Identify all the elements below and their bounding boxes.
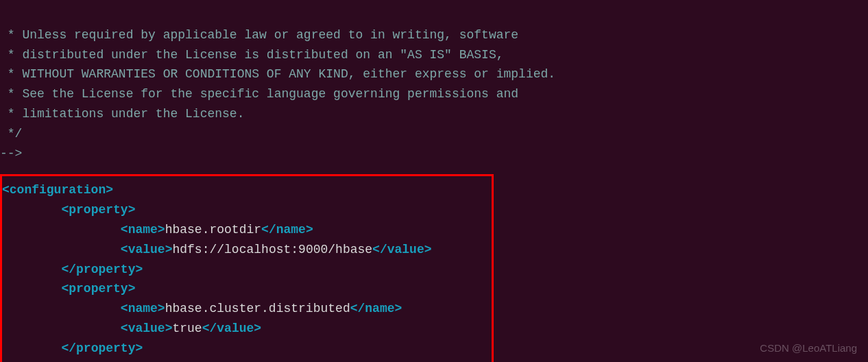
comment-line: * WITHOUT WARRANTIES OR CONDITIONS OF AN… bbox=[0, 67, 555, 81]
name-open-tag: <name> bbox=[121, 302, 165, 315]
license-comment: * Unless required by applicable law or a… bbox=[0, 5, 868, 163]
property-name-value: hbase.rootdir bbox=[165, 223, 261, 237]
comment-line: * distributed under the License is distr… bbox=[0, 48, 504, 62]
comment-line: * See the License for the specific langu… bbox=[0, 87, 518, 101]
property-name-value: hbase.cluster.distributed bbox=[165, 302, 350, 315]
value-close-tag: </value> bbox=[202, 322, 261, 335]
comment-line: */ bbox=[0, 127, 22, 141]
comment-line: * Unless required by applicable law or a… bbox=[0, 28, 518, 42]
value-open-tag: <value> bbox=[121, 322, 173, 335]
name-open-tag: <name> bbox=[121, 223, 165, 237]
property-value-content: true bbox=[172, 322, 202, 335]
comment-line: * limitations under the License. bbox=[0, 107, 244, 121]
property-open-tag: <property> bbox=[61, 282, 135, 295]
value-open-tag: <value> bbox=[121, 243, 173, 256]
name-close-tag: </name> bbox=[350, 302, 402, 315]
watermark-text: CSDN @LeoATLiang bbox=[760, 340, 857, 357]
property-open-tag: <property> bbox=[61, 203, 135, 217]
property-value-content: hdfs://localhost:9000/hbase bbox=[172, 243, 372, 256]
configuration-open-tag: <configuration> bbox=[2, 183, 113, 197]
property-close-tag: </property> bbox=[61, 341, 143, 355]
name-close-tag: </name> bbox=[261, 223, 313, 237]
value-close-tag: </value> bbox=[372, 243, 431, 256]
comment-line: --> bbox=[0, 147, 22, 160]
configuration-xml-block: <configuration> <property> <name>hbase.r… bbox=[0, 174, 494, 362]
property-close-tag: </property> bbox=[61, 263, 143, 276]
